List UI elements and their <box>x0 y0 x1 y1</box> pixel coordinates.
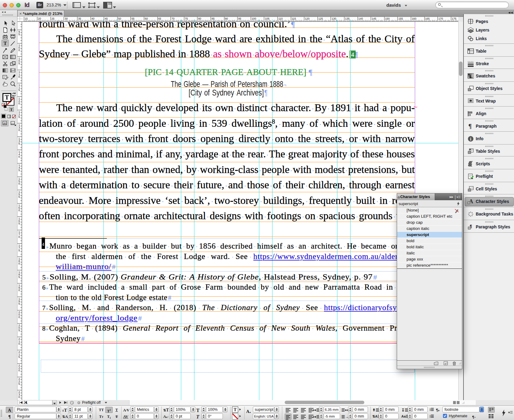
svg-text:i: i <box>470 137 471 141</box>
svg-text:¶: ¶ <box>468 123 472 129</box>
